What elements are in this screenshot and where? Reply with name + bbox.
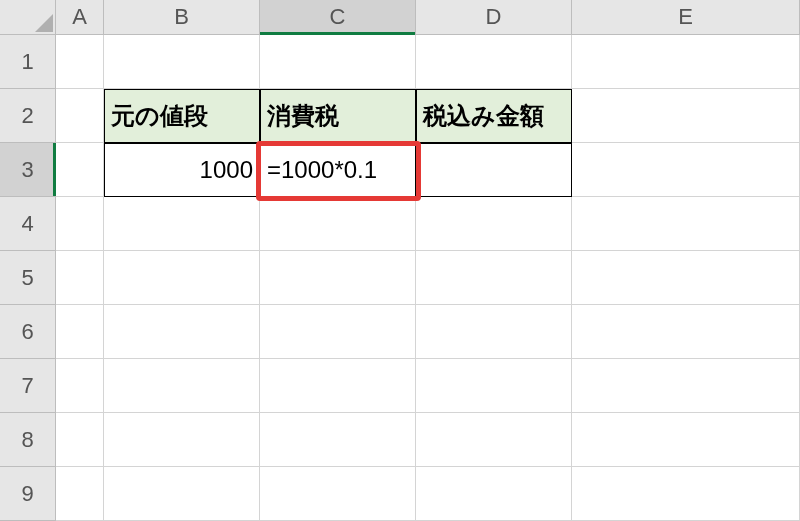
row-header-4[interactable]: 4 (0, 197, 56, 251)
cell-A9[interactable] (56, 467, 104, 521)
cell-A5[interactable] (56, 251, 104, 305)
cell-C8[interactable] (260, 413, 416, 467)
cell-E4[interactable] (572, 197, 800, 251)
cell-B2[interactable]: 元の値段 (104, 89, 260, 143)
col-header-D[interactable]: D (416, 0, 572, 35)
cell-C2[interactable]: 消費税 (260, 89, 416, 143)
cell-D8[interactable] (416, 413, 572, 467)
row-header-2[interactable]: 2 (0, 89, 56, 143)
cell-B7[interactable] (104, 359, 260, 413)
row-header-6[interactable]: 6 (0, 305, 56, 359)
col-header-C[interactable]: C (260, 0, 416, 35)
cell-C9[interactable] (260, 467, 416, 521)
row-header-3[interactable]: 3 (0, 143, 56, 197)
cell-E8[interactable] (572, 413, 800, 467)
cell-A7[interactable] (56, 359, 104, 413)
cell-B8[interactable] (104, 413, 260, 467)
cell-D3[interactable] (416, 143, 572, 197)
cell-B4[interactable] (104, 197, 260, 251)
cell-A4[interactable] (56, 197, 104, 251)
cell-D5[interactable] (416, 251, 572, 305)
spreadsheet: A B C D E 1 2 3 4 5 6 7 8 9 元の値段 消費税 税込み… (0, 0, 800, 521)
cell-E7[interactable] (572, 359, 800, 413)
cell-A8[interactable] (56, 413, 104, 467)
cell-B6[interactable] (104, 305, 260, 359)
cell-E6[interactable] (572, 305, 800, 359)
cell-E2[interactable] (572, 89, 800, 143)
cell-C7[interactable] (260, 359, 416, 413)
cell-D2[interactable]: 税込み金額 (416, 89, 572, 143)
cell-C4[interactable] (260, 197, 416, 251)
cell-A2[interactable] (56, 89, 104, 143)
cell-D9[interactable] (416, 467, 572, 521)
col-header-E[interactable]: E (572, 0, 800, 35)
cell-B9[interactable] (104, 467, 260, 521)
select-all-corner[interactable] (0, 0, 56, 35)
cell-A6[interactable] (56, 305, 104, 359)
cell-C5[interactable] (260, 251, 416, 305)
row-header-9[interactable]: 9 (0, 467, 56, 521)
cell-E5[interactable] (572, 251, 800, 305)
cell-E3[interactable] (572, 143, 800, 197)
row-header-7[interactable]: 7 (0, 359, 56, 413)
row-header-8[interactable]: 8 (0, 413, 56, 467)
cell-D7[interactable] (416, 359, 572, 413)
cell-A3[interactable] (56, 143, 104, 197)
cell-C1[interactable] (260, 35, 416, 89)
cell-D6[interactable] (416, 305, 572, 359)
cell-B1[interactable] (104, 35, 260, 89)
row-header-5[interactable]: 5 (0, 251, 56, 305)
cell-A1[interactable] (56, 35, 104, 89)
cell-E1[interactable] (572, 35, 800, 89)
cell-D1[interactable] (416, 35, 572, 89)
cell-C6[interactable] (260, 305, 416, 359)
cell-B5[interactable] (104, 251, 260, 305)
cell-D4[interactable] (416, 197, 572, 251)
row-header-1[interactable]: 1 (0, 35, 56, 89)
cell-B3[interactable]: 1000 (104, 143, 260, 197)
cell-E9[interactable] (572, 467, 800, 521)
col-header-A[interactable]: A (56, 0, 104, 35)
col-header-B[interactable]: B (104, 0, 260, 35)
cell-C3[interactable]: =1000*0.1 (260, 143, 416, 197)
